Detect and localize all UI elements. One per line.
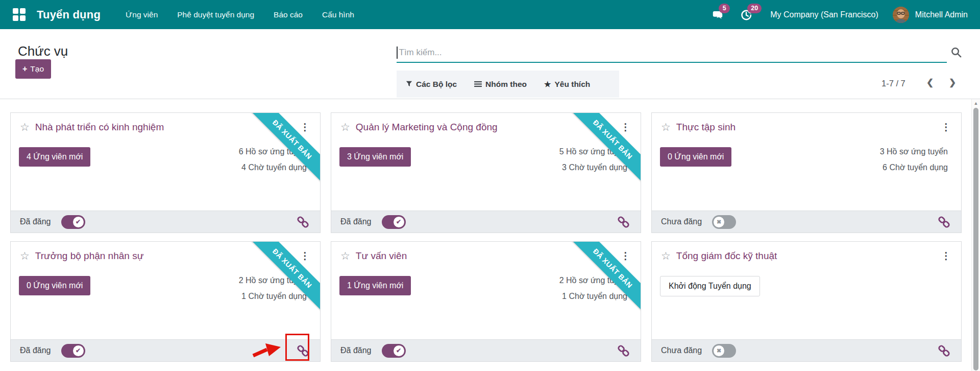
toggle-knob: ✔ — [394, 345, 404, 356]
favorite-star-icon[interactable]: ☆ — [661, 250, 671, 261]
menu-item-recruitment-approvals[interactable]: Phê duyệt tuyển dụng — [167, 0, 264, 29]
kebab-menu-icon[interactable]: ⋮ — [938, 121, 954, 133]
search-icon[interactable] — [950, 47, 962, 60]
top-navbar: Tuyển dụng Ứng viên Phê duyệt tuyển dụng… — [0, 0, 980, 29]
scrollbar-up-arrow[interactable]: ▲ — [972, 101, 980, 106]
user-avatar[interactable] — [893, 7, 909, 23]
job-action-button[interactable]: Khởi động Tuyển dụng — [660, 276, 760, 296]
user-menu[interactable]: Mitchell Admin — [915, 10, 968, 19]
card-footer: Đã đăng ✔ — [11, 339, 320, 361]
link-icon[interactable] — [296, 215, 310, 229]
publish-toggle[interactable]: ✔ — [382, 215, 406, 229]
publish-toggle[interactable]: ✖ — [712, 344, 736, 358]
group-by-label: Nhóm theo — [485, 80, 527, 89]
kebab-menu-icon[interactable]: ⋮ — [297, 121, 313, 133]
filter-funnel-icon — [406, 81, 412, 87]
favorite-star-icon[interactable]: ☆ — [20, 122, 30, 132]
job-action-button[interactable]: 4 Ứng viên mới — [19, 147, 90, 167]
pager-next-button[interactable]: ❯ — [949, 77, 956, 88]
job-card[interactable]: ĐÃ XUẤT BẢN ☆ Quản lý Marketing và Cộng … — [331, 112, 641, 233]
job-action-button[interactable]: 3 Ứng viên mới — [339, 147, 411, 167]
card-footer: Chưa đăng ✖ — [652, 211, 961, 233]
control-panel: Chức vụ +Tạo Tìm kiếm... Các Bộ lọc Nhóm… — [0, 29, 980, 99]
pager-previous-button[interactable]: ❮ — [926, 77, 934, 88]
link-icon[interactable] — [937, 215, 951, 229]
publish-state-label: Đã đăng — [20, 346, 51, 355]
scrollbar-thumb[interactable] — [973, 108, 978, 370]
app-brand[interactable]: Tuyển dụng — [37, 8, 101, 21]
stat-line: 1 Chờ tuyển dụng — [239, 288, 307, 304]
create-button[interactable]: +Tạo — [15, 59, 51, 79]
kebab-menu-icon[interactable]: ⋮ — [297, 250, 313, 262]
stat-line: 3 Hồ sơ ứng tuyển — [880, 144, 948, 159]
publish-state-label: Đã đăng — [20, 217, 51, 226]
search-options-bar: Các Bộ lọc Nhóm theo ★ Yêu thích — [397, 71, 619, 98]
link-icon[interactable] — [937, 344, 951, 358]
kebab-menu-icon[interactable]: ⋮ — [618, 121, 633, 133]
job-title[interactable]: Trưởng bộ phận nhân sự — [35, 250, 144, 262]
card-footer: Đã đăng ✔ — [331, 339, 641, 361]
job-card[interactable]: ☆ Tổng giám đốc kỹ thuật ⋮ Khởi động Tuy… — [651, 241, 962, 362]
systray: 5 20 My Company (San Francisco) — [711, 7, 968, 23]
kebab-menu-icon[interactable]: ⋮ — [618, 250, 633, 262]
job-action-button[interactable]: 1 Ứng viên mới — [339, 276, 411, 295]
group-by-icon — [474, 81, 482, 87]
favorites-label: Yêu thích — [555, 80, 591, 89]
publish-toggle[interactable]: ✔ — [382, 344, 406, 358]
publish-toggle[interactable]: ✖ — [712, 215, 736, 229]
job-card[interactable]: ĐÃ XUẤT BẢN ☆ Tư vấn viên ⋮ 1 Ứng viên m… — [331, 241, 641, 362]
create-button-label: Tạo — [30, 64, 44, 73]
toggle-knob: ✔ — [394, 217, 404, 227]
kebab-menu-icon[interactable]: ⋮ — [938, 250, 954, 262]
card-footer: Đã đăng ✔ — [11, 211, 320, 233]
job-title[interactable]: Thực tập sinh — [676, 122, 736, 133]
group-by-button[interactable]: Nhóm theo — [474, 80, 527, 89]
plus-icon: + — [22, 64, 27, 73]
menu-item-reporting[interactable]: Báo cáo — [264, 0, 312, 29]
job-action-button[interactable]: 0 Ứng viên mới — [660, 147, 731, 167]
apps-menu-icon[interactable] — [13, 8, 26, 21]
job-action-button[interactable]: 0 Ứng viên mới — [19, 276, 90, 295]
activities-icon[interactable]: 20 — [740, 8, 753, 21]
vertical-scrollbar[interactable]: ▲ — [971, 99, 980, 371]
filters-button[interactable]: Các Bộ lọc — [406, 80, 457, 89]
link-icon[interactable] — [617, 215, 630, 229]
search-input[interactable]: Tìm kiếm... — [397, 43, 947, 63]
publish-toggle[interactable]: ✔ — [61, 215, 85, 229]
job-card[interactable]: ☆ Thực tập sinh ⋮ 0 Ứng viên mới 3 Hồ sơ… — [651, 112, 962, 233]
text-cursor — [397, 47, 398, 59]
publish-state-label: Đã đăng — [340, 217, 372, 226]
link-icon[interactable] — [296, 344, 310, 358]
job-title[interactable]: Tổng giám đốc kỹ thuật — [676, 250, 777, 262]
card-footer: Chưa đăng ✖ — [652, 339, 961, 361]
link-icon[interactable] — [617, 344, 630, 358]
company-switcher[interactable]: My Company (San Francisco) — [770, 10, 878, 19]
activities-badge: 20 — [747, 4, 762, 13]
menu-item-candidates[interactable]: Ứng viên — [116, 0, 167, 29]
favorites-star-icon: ★ — [544, 80, 551, 89]
kanban-view: ĐÃ XUẤT BẢN ☆ Nhà phát triển có kinh ngh… — [0, 99, 980, 371]
page-title: Chức vụ — [18, 43, 68, 59]
menu-item-configuration[interactable]: Cấu hình — [312, 0, 364, 29]
stat-line: 1 Chờ tuyển dụng — [559, 288, 627, 304]
favorites-button[interactable]: ★ Yêu thích — [544, 80, 590, 89]
job-card[interactable]: ĐÃ XUẤT BẢN ☆ Nhà phát triển có kinh ngh… — [10, 112, 321, 233]
job-title[interactable]: Nhà phát triển có kinh nghiệm — [35, 122, 164, 133]
job-card[interactable]: ĐÃ XUẤT BẢN ☆ Trưởng bộ phận nhân sự ⋮ 0… — [10, 241, 321, 362]
publish-toggle[interactable]: ✔ — [61, 344, 85, 358]
main-menu: Ứng viên Phê duyệt tuyển dụng Báo cáo Cấ… — [116, 0, 364, 29]
messages-icon[interactable]: 5 — [711, 8, 724, 21]
favorite-star-icon[interactable]: ☆ — [340, 250, 350, 261]
card-footer: Đã đăng ✔ — [331, 211, 641, 233]
favorite-star-icon[interactable]: ☆ — [340, 122, 350, 132]
favorite-star-icon[interactable]: ☆ — [20, 250, 30, 261]
job-title[interactable]: Tư vấn viên — [356, 250, 407, 262]
stat-line: 6 Chờ tuyển dụng — [880, 159, 948, 175]
job-title[interactable]: Quản lý Marketing và Cộng đồng — [356, 122, 498, 133]
publish-state-label: Chưa đăng — [661, 217, 702, 226]
job-stats: 3 Hồ sơ ứng tuyển6 Chờ tuyển dụng — [880, 144, 948, 175]
filters-label: Các Bộ lọc — [416, 80, 457, 89]
publish-state-label: Đã đăng — [340, 346, 372, 355]
search-placeholder: Tìm kiếm... — [399, 48, 442, 58]
favorite-star-icon[interactable]: ☆ — [661, 122, 671, 132]
